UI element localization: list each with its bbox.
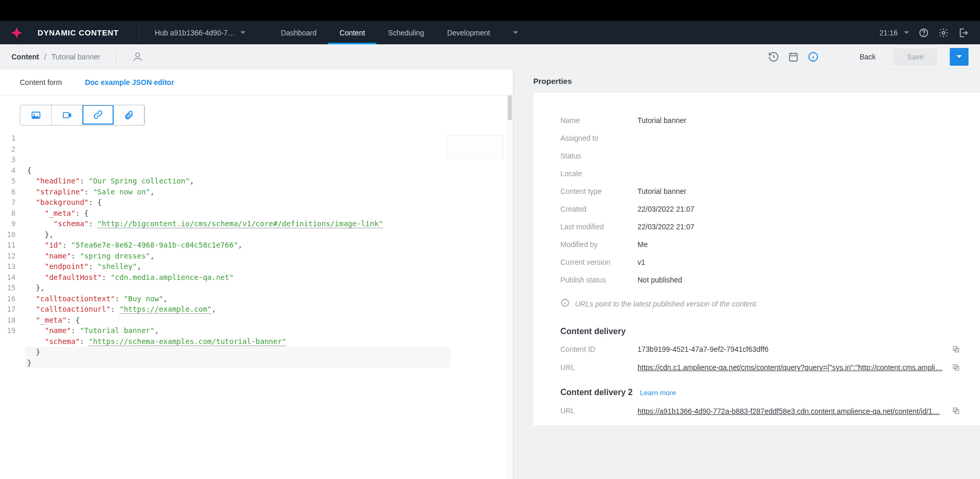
breadcrumb-root[interactable]: Content	[11, 53, 39, 61]
nav-tabs: Dashboard Content Scheduling Development	[270, 21, 530, 44]
copy-icon[interactable]	[952, 407, 960, 415]
nav-tab-development[interactable]: Development	[436, 21, 502, 44]
learn-more-link[interactable]: Learn more	[640, 389, 676, 397]
svg-point-3	[942, 31, 945, 34]
tab-json-editor[interactable]: Doc example JSON editor	[85, 78, 174, 87]
insert-toolbar: Add Content Link	[0, 95, 513, 129]
left-pane: Content form Doc example JSON editor Add…	[0, 69, 513, 479]
info-icon	[560, 298, 570, 309]
svg-rect-9	[63, 113, 69, 118]
code-content[interactable]: { "headline": "Our Spring collection", "…	[25, 133, 513, 368]
content-delivery2-header: Content delivery 2 Learn more	[560, 376, 960, 401]
code-editor[interactable]: 12345678910111213141516171819 { "headlin…	[0, 129, 513, 368]
scrollbar-thumb[interactable]	[508, 95, 512, 120]
note-text: URLs point to the latest published versi…	[575, 300, 758, 308]
nav-tab-scheduling[interactable]: Scheduling	[376, 21, 435, 44]
content-url-row: URL https://cdn.c1.amplience-qa.net/cms/…	[560, 358, 960, 376]
prop-publish-status: Publish statusNot published	[560, 271, 960, 289]
svg-point-2	[924, 34, 924, 35]
chevron-down-icon	[513, 31, 518, 34]
url-note: URLs point to the latest published versi…	[560, 289, 960, 315]
prop-version: Current versionv1	[560, 253, 960, 271]
breadcrumb-slash: /	[44, 53, 46, 61]
prop-created: Created22/03/2022 21:07	[560, 200, 960, 218]
nav-right: 21:16	[879, 28, 969, 38]
breadcrumb-item: Tutorial banner	[52, 53, 101, 61]
svg-marker-0	[11, 27, 22, 39]
split-handle[interactable]	[513, 69, 521, 479]
time-label: 21:16	[879, 29, 898, 37]
content2-url-row: URL https://a91b1366-4d90-772a-b883-f287…	[560, 401, 960, 420]
breadcrumb-separator	[116, 50, 116, 64]
copy-icon[interactable]	[952, 345, 960, 353]
calendar-icon[interactable]	[788, 51, 799, 63]
prop-content-type: Content typeTutorial banner	[560, 182, 960, 200]
left-tabs: Content form Doc example JSON editor	[0, 69, 513, 95]
logo-icon	[9, 26, 24, 40]
save-label: Save	[907, 53, 924, 61]
prop-modified-by: Modified byMe	[560, 236, 960, 253]
breadcrumb-bar: Content / Tutorial banner Back Save	[0, 44, 980, 69]
content-delivery-header: Content delivery	[560, 315, 960, 340]
nav-tab-more[interactable]	[501, 21, 530, 44]
insert-link-button[interactable]	[82, 105, 114, 125]
nav-tab-dashboard[interactable]: Dashboard	[270, 21, 328, 44]
insert-attachment-button[interactable]	[113, 105, 144, 125]
insert-video-button[interactable]	[52, 105, 83, 125]
svg-rect-5	[790, 53, 798, 61]
content-url-link[interactable]: https://cdn.c1.amplience-qa.net/cms/cont…	[638, 363, 942, 372]
svg-point-8	[33, 114, 34, 115]
time-selector[interactable]: 21:16	[879, 29, 909, 37]
chevron-down-icon	[904, 31, 909, 34]
properties-card: NameTutorial banner Assigned to Status L…	[533, 93, 980, 425]
info-icon[interactable]	[807, 51, 819, 63]
line-number-gutter: 12345678910111213141516171819	[0, 133, 25, 368]
save-button[interactable]: Save	[893, 48, 937, 65]
properties-header: Properties	[521, 69, 980, 93]
settings-icon[interactable]	[938, 28, 949, 38]
prop-modified: Last modified22/03/2022 21:07	[560, 218, 960, 236]
nav-separator	[139, 21, 139, 44]
save-dropdown-toggle[interactable]	[950, 48, 969, 66]
left-scrollbar[interactable]	[507, 95, 513, 479]
content2-url-link[interactable]: https://a91b1366-4d90-772a-b883-f287eddf…	[638, 407, 940, 415]
insert-button-group: Add Content Link	[20, 105, 145, 126]
hub-label: Hub a91b1366-4d90-7…	[155, 29, 235, 37]
hub-selector[interactable]: Hub a91b1366-4d90-7…	[148, 29, 253, 37]
logout-icon[interactable]	[958, 28, 969, 38]
copy-icon[interactable]	[952, 363, 960, 372]
main-split: Content form Doc example JSON editor Add…	[0, 69, 980, 479]
prop-locale: Locale	[560, 165, 960, 182]
svg-point-4	[136, 53, 140, 56]
chevron-down-icon	[240, 31, 246, 34]
chevron-down-icon	[957, 55, 962, 58]
help-icon[interactable]	[918, 28, 929, 38]
content-actions: Back Save	[768, 48, 969, 66]
right-pane: Properties NameTutorial banner Assigned …	[521, 69, 980, 479]
top-black-bar	[0, 0, 980, 21]
tab-content-form[interactable]: Content form	[20, 78, 62, 87]
brand-name: DYNAMIC CONTENT	[38, 28, 119, 37]
top-nav: DYNAMIC CONTENT Hub a91b1366-4d90-7… Das…	[0, 21, 980, 44]
user-icon[interactable]	[132, 51, 143, 63]
history-icon[interactable]	[768, 51, 779, 63]
prop-status: Status	[560, 147, 960, 165]
insert-image-button[interactable]	[20, 105, 52, 125]
minimap[interactable]	[446, 136, 504, 158]
prop-name: NameTutorial banner	[560, 112, 960, 129]
nav-tab-content[interactable]: Content	[328, 21, 376, 44]
content-id-row: Content ID 173b9199-4521-47a7-9ef2-7941c…	[560, 340, 960, 358]
prop-assigned: Assigned to	[560, 129, 960, 147]
back-button[interactable]: Back	[850, 50, 885, 64]
